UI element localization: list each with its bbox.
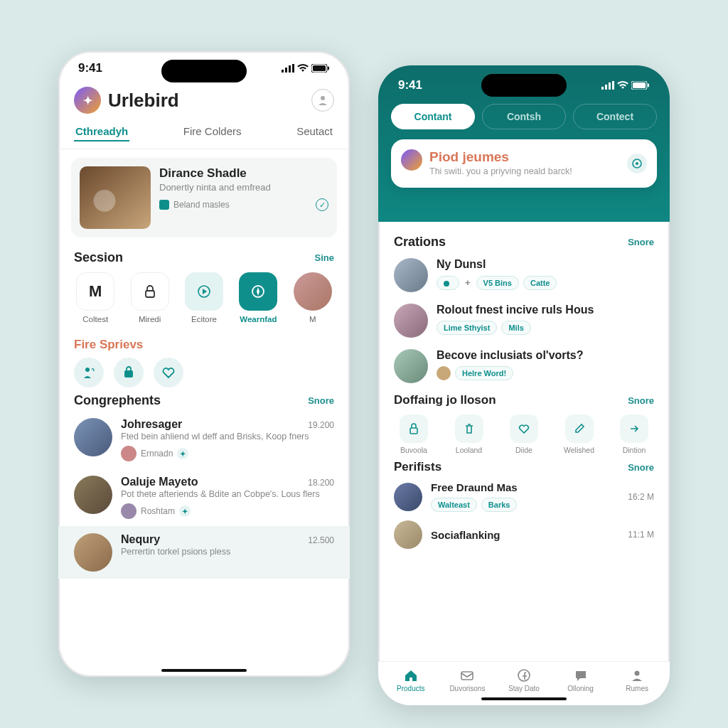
action-buvoola[interactable]: Buvoola — [394, 414, 434, 454]
nav-staydato[interactable]: Stay Dato — [502, 668, 546, 692]
list-item[interactable]: Ny Dunsl + V5 Bins Catte — [378, 252, 670, 298]
action-row: Buvoola Looland Diide Welished Dintion — [378, 410, 670, 456]
section-header-crations: Crations Snore — [378, 230, 670, 252]
plus-icon[interactable]: + — [464, 275, 472, 290]
phone-left: 9:41 ✦ Urlebird Cthreadyh Fire Colders S… — [58, 51, 350, 677]
section-title: Perifists — [394, 460, 441, 474]
featured-card[interactable]: Dirance Shadle Donertly ninta and emfrea… — [71, 158, 337, 237]
nav-olloning[interactable]: Olloning — [559, 668, 603, 692]
category-ecitore[interactable]: Ecitore — [183, 272, 225, 323]
section-more-link[interactable]: Snore — [628, 395, 654, 406]
post-text: Perrertin torkel psions pless — [121, 547, 334, 557]
section-title: Congrephents — [74, 393, 161, 408]
svg-rect-16 — [612, 81, 614, 90]
list-item[interactable]: Oaluje Mayeto 18.200 Pot thete afteriend… — [58, 469, 350, 526]
wifi-icon — [297, 64, 309, 73]
action-looland[interactable]: Looland — [449, 414, 489, 454]
tab-threads[interactable]: Cthreadyh — [74, 122, 129, 141]
svg-rect-12 — [124, 370, 133, 378]
category-wearnfad[interactable]: Wearnfad — [237, 272, 279, 323]
svg-rect-5 — [313, 65, 326, 71]
heart-icon[interactable] — [154, 358, 183, 387]
category-more[interactable]: M — [291, 272, 334, 323]
badge-icon: ✦ — [179, 505, 191, 517]
tag-pill[interactable]: Barks — [481, 498, 518, 512]
tag-pill[interactable]: Mils — [501, 321, 530, 335]
featured-image — [80, 166, 151, 229]
nav-duvorisons[interactable]: Duvorisons — [445, 668, 489, 692]
app-logo[interactable]: ✦ — [74, 87, 101, 114]
category-label: M — [309, 315, 316, 323]
hero-avatar — [401, 149, 422, 171]
home-indicator[interactable] — [481, 697, 567, 700]
action-dintion[interactable]: Dintion — [614, 414, 654, 454]
home-indicator[interactable] — [161, 669, 247, 672]
meta-avatar — [121, 503, 136, 519]
section-more-link[interactable]: Sine — [315, 252, 334, 263]
tab-contsh[interactable]: Contsh — [482, 104, 566, 129]
app-title: Urlebird — [108, 90, 304, 112]
svg-rect-6 — [328, 67, 329, 70]
person-icon[interactable] — [74, 358, 104, 387]
avatar — [394, 483, 422, 511]
category-scroll[interactable]: M Coltest Miredi Ecitore Wearnfad M — [58, 268, 350, 326]
content-area: Crations Snore Ny Dunsl + V5 Bins Catte … — [378, 222, 670, 661]
nav-products[interactable]: Products — [389, 668, 433, 692]
svg-rect-2 — [289, 65, 291, 73]
item-name: Sociaflanking — [431, 529, 619, 541]
battery-icon — [631, 81, 650, 90]
list-item[interactable]: Nequry 12.500 Perrertin torkel psions pl… — [58, 526, 350, 579]
category-miredi[interactable]: Miredi — [128, 272, 171, 323]
section-more-link[interactable]: Snore — [628, 237, 654, 247]
list-item[interactable]: Johresager 19.200 Fted bein ahliend wl d… — [58, 411, 350, 469]
list-item[interactable]: Becove inclusiats ol'vorts? Helre Word! — [378, 343, 670, 389]
tag-pill[interactable]: V5 Bins — [476, 276, 519, 290]
nav-rumes[interactable]: Rumes — [615, 668, 659, 692]
list-item[interactable]: Free Draund Mas Walteast Barks 16:2 M — [378, 477, 670, 516]
tag-pill[interactable]: Catte — [523, 276, 557, 290]
tab-contant[interactable]: Contant — [391, 104, 475, 129]
tag-pill[interactable]: Helre Word! — [455, 366, 513, 380]
svg-rect-1 — [285, 68, 287, 73]
fire-sprievs-header: Fire Sprievs — [58, 326, 350, 356]
item-name: Ny Dunsl — [437, 258, 654, 271]
home-icon — [403, 668, 419, 683]
notch — [161, 60, 247, 82]
bag-icon[interactable] — [114, 358, 144, 387]
user-icon — [629, 668, 645, 683]
tag-pill[interactable]: Walteast — [431, 498, 477, 512]
tab-seutact[interactable]: Seutact — [295, 122, 334, 141]
avatar — [394, 258, 428, 292]
tab-firecolders[interactable]: Fire Colders — [182, 122, 243, 141]
category-label: Coltest — [82, 315, 108, 323]
list-item[interactable]: Rolout fnest incive ruls Hous Lime Sthyi… — [378, 298, 670, 343]
tag-pill[interactable]: Lime Sthyist — [437, 321, 497, 335]
svg-rect-23 — [461, 672, 473, 680]
section-header-perifists: Perifists Snore — [378, 456, 670, 477]
list-item[interactable]: Sociaflanking 11:1 M — [378, 516, 670, 553]
signal-icon — [601, 81, 614, 90]
featured-meta: Beland masles — [173, 200, 230, 210]
category-coltest[interactable]: M Coltest — [74, 272, 117, 323]
svg-rect-19 — [648, 84, 649, 87]
category-icon: M — [76, 272, 114, 311]
meta-avatar — [121, 446, 136, 461]
item-name: Free Draund Mas — [431, 481, 619, 493]
svg-rect-22 — [410, 428, 417, 434]
avatar — [394, 304, 428, 338]
avatar — [74, 533, 112, 572]
section-more-link[interactable]: Snore — [308, 395, 334, 406]
action-diide[interactable]: Diide — [504, 414, 544, 454]
item-name: Rolout fnest incive ruls Hous — [437, 304, 654, 316]
mini-avatar — [437, 366, 451, 380]
check-icon[interactable]: ✓ — [316, 198, 328, 211]
hero-action-icon[interactable] — [627, 154, 647, 173]
svg-rect-13 — [601, 87, 604, 90]
profile-icon[interactable] — [311, 89, 334, 112]
action-welished[interactable]: Welished — [560, 414, 599, 454]
hero-card[interactable]: Piod jeumes Thi switi. you a priyving ne… — [391, 139, 657, 188]
section-more-link[interactable]: Snore — [628, 462, 654, 473]
battery-icon — [311, 64, 330, 73]
post-text: Pot thete afteriends & Bdite an Cobpe's.… — [121, 489, 334, 499]
tab-contect[interactable]: Contect — [573, 104, 657, 129]
